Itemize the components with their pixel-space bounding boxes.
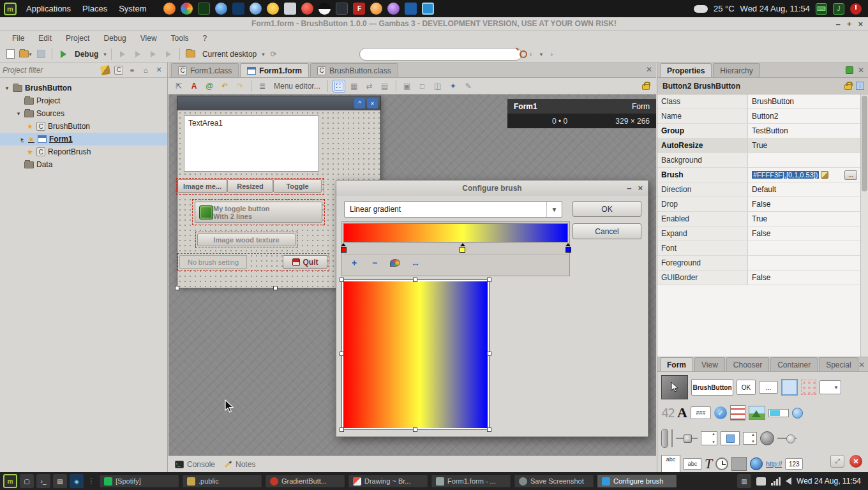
gradient-type-select[interactable]: Linear gradient ▼ xyxy=(344,201,562,218)
tree-item-reportbrush[interactable]: ★ ReportBrush xyxy=(0,145,167,158)
image-button-widget[interactable]: Image me... xyxy=(177,179,227,193)
scrollbar-widget[interactable] xyxy=(661,429,668,448)
resize-handle[interactable] xyxy=(340,278,344,282)
tab-form1-form[interactable]: Form1.form xyxy=(240,63,309,77)
menu-editor-label[interactable]: Menu editor... xyxy=(274,82,320,91)
toolbox-tab-view[interactable]: View xyxy=(694,357,725,371)
checkbox-widget[interactable]: ✓ xyxy=(714,406,727,419)
weather-icon[interactable] xyxy=(694,5,708,13)
stop-icon[interactable] xyxy=(162,48,175,61)
menu-system[interactable]: System xyxy=(113,0,152,17)
progressbar-widget[interactable] xyxy=(768,409,789,417)
bring-front-icon[interactable]: ▣ xyxy=(401,80,414,93)
resize-handle[interactable] xyxy=(487,278,491,282)
debug-dropdown-icon[interactable]: ▾ xyxy=(103,51,107,57)
designed-form-titlebar[interactable]: ^ × xyxy=(177,96,380,110)
network-icon[interactable] xyxy=(771,477,781,486)
toggle2-button-widget[interactable]: My toggle buttonWith 2 lines xyxy=(195,202,322,223)
separator-widget[interactable] xyxy=(671,429,673,447)
resize-handle[interactable] xyxy=(487,352,491,356)
add-stop-button[interactable]: + xyxy=(346,256,363,269)
lcdnumber-widget[interactable]: 42 xyxy=(661,405,674,420)
thunderbird-icon[interactable] xyxy=(370,3,382,15)
combobox-widget[interactable]: ▼ xyxy=(819,380,841,394)
help-toggle-icon[interactable] xyxy=(846,66,853,74)
terminal-icon[interactable] xyxy=(198,3,210,15)
volume-icon[interactable] xyxy=(786,477,791,485)
tab-notes[interactable]: Notes xyxy=(224,460,255,469)
close-toolbox-icon[interactable]: ✕ xyxy=(858,360,865,369)
knob-slider-widget[interactable] xyxy=(777,434,797,442)
updown-widget[interactable] xyxy=(743,432,757,445)
window-titlebar[interactable]: Form1.form - BrushButton 1.0.0 — Gambas … xyxy=(0,17,868,31)
select-tool-icon[interactable]: ⇱ xyxy=(172,80,185,93)
resize-handle[interactable] xyxy=(340,352,344,356)
ok-button[interactable]: OK xyxy=(572,201,641,217)
align-left-icon[interactable]: ▤ xyxy=(378,80,391,93)
tree-item-data[interactable]: Data xyxy=(0,158,167,171)
slider-widget[interactable] xyxy=(676,438,698,439)
gradient-preview[interactable] xyxy=(341,279,490,430)
gradient-stop-yellow[interactable] xyxy=(460,243,466,253)
screen-share-icon[interactable] xyxy=(422,3,434,15)
gradient-stops-track[interactable] xyxy=(343,242,568,254)
property-row-group[interactable]: GroupTestButton xyxy=(657,124,861,138)
grid-toggle-icon[interactable] xyxy=(333,80,345,93)
undo-icon[interactable]: ↶ xyxy=(218,80,231,93)
designer-canvas[interactable]: ^ × TextArea1 Image me... Resized Toggle xyxy=(168,94,656,456)
package-icon[interactable] xyxy=(405,3,417,15)
quit-button-widget[interactable]: Quit xyxy=(283,255,327,269)
search-input[interactable] xyxy=(360,48,521,60)
spinbox-widget[interactable] xyxy=(701,431,717,445)
brush-value[interactable]: #FFFF3F],[0,1,0.53]) xyxy=(752,171,819,179)
tab-order-icon[interactable]: ⇄ xyxy=(363,80,376,93)
task-gradientbutton[interactable]: GradientButt... xyxy=(265,474,345,488)
cancel-button[interactable]: Cancel xyxy=(572,223,641,239)
maximize-button[interactable]: + xyxy=(847,17,852,31)
property-row-foreground[interactable]: Foreground xyxy=(657,256,861,271)
taskbar-menu-icon[interactable]: m xyxy=(3,474,17,488)
close-panel-icon[interactable]: ✕ xyxy=(858,66,864,75)
clipboard-tray-icon[interactable]: ▥ xyxy=(737,474,751,488)
home-icon[interactable]: ⌂ xyxy=(140,64,151,76)
task-drawing[interactable]: Drawing ~ Br... xyxy=(348,474,428,488)
resize-handle[interactable] xyxy=(175,286,179,290)
taskbar-terminal-icon[interactable]: ›_ xyxy=(36,474,50,488)
mint-menu-icon[interactable]: m xyxy=(4,3,17,15)
panel-clock[interactable]: Wed 24 Aug, 11:54 xyxy=(740,4,810,13)
tux-icon[interactable] xyxy=(318,3,331,15)
menu-applications[interactable]: Applications xyxy=(20,0,77,17)
gradient-stop-blue[interactable] xyxy=(565,243,571,253)
forward-icon[interactable] xyxy=(147,48,160,61)
property-row-class[interactable]: ClassBrushButton xyxy=(657,94,861,109)
web-globe-icon[interactable] xyxy=(215,3,227,15)
embedder-widget[interactable] xyxy=(801,380,816,395)
gradient-stop-red[interactable] xyxy=(340,243,347,253)
tray-java-icon[interactable]: J xyxy=(833,3,844,15)
tree-item-project[interactable]: Project xyxy=(0,94,167,107)
firefox-icon[interactable] xyxy=(163,3,176,15)
dialog-titlebar[interactable]: Configure brush – × xyxy=(336,181,648,196)
label-widget[interactable]: A xyxy=(677,405,687,421)
show-classes-icon[interactable] xyxy=(113,64,124,76)
menu-tools[interactable]: Tools xyxy=(164,31,196,46)
edit-color-button[interactable] xyxy=(387,256,403,269)
expander-icon[interactable]: ▾ xyxy=(4,85,10,91)
textarea1-widget[interactable]: TextArea1 xyxy=(184,115,319,172)
resize-handle[interactable] xyxy=(273,286,278,290)
update-icon[interactable] xyxy=(267,3,279,15)
detach-panel-icon[interactable]: ⤢ xyxy=(830,455,844,468)
translate-icon[interactable]: A xyxy=(188,80,200,93)
show-desktop-icon[interactable]: ▢ xyxy=(20,474,34,488)
property-row-name[interactable]: NameButton2 xyxy=(657,109,861,124)
form-collapse-icon[interactable]: ^ xyxy=(354,98,365,108)
tab-console[interactable]: ›_ Console xyxy=(175,460,215,469)
tree-item-form1[interactable]: ▸ ★ Form1 xyxy=(0,133,167,145)
run-icon[interactable] xyxy=(57,48,70,61)
nav-forward-icon[interactable]: › xyxy=(545,48,558,61)
debug-label[interactable]: Debug xyxy=(75,50,98,59)
structure-icon[interactable]: ≡ xyxy=(126,64,138,76)
resized-button-widget[interactable]: Resized xyxy=(227,179,273,193)
menubutton-widget[interactable]: ... xyxy=(759,381,778,394)
embed-icon[interactable]: ◫ xyxy=(431,80,444,93)
